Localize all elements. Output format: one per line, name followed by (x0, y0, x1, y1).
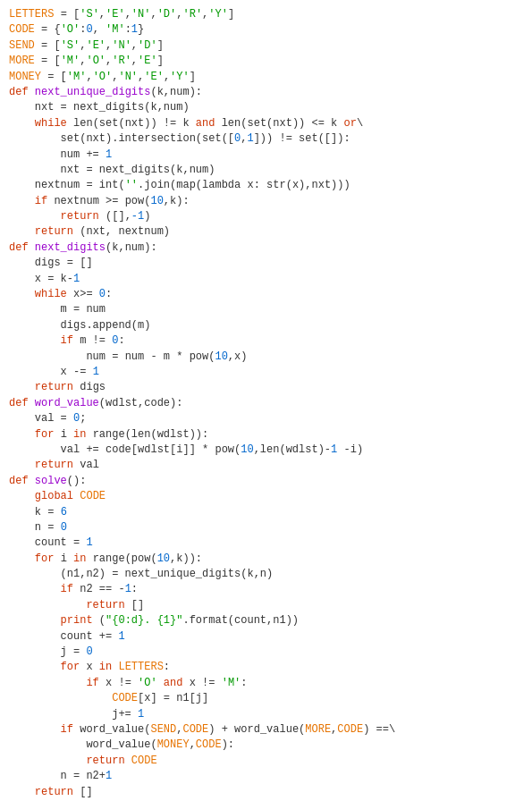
code-line: (n1,n2) = next_unique_digits(k,n) (9, 567, 523, 582)
code-line: k = 6 (9, 505, 523, 520)
code-line: nextnum = int(''.join(map(lambda x: str(… (9, 178, 523, 193)
code-line: j+= 1 (9, 707, 523, 722)
code-line: j = 0 (9, 645, 523, 660)
code-line: global CODE (9, 489, 523, 504)
code-line: def word_value(wdlst,code): (9, 396, 523, 411)
code-line: x = k-1 (9, 272, 523, 287)
code-line: if m != 0: (9, 333, 523, 349)
code-line: n = n2+1 (9, 769, 523, 784)
code-line: print ("{0:d}. {1}".format(count,n1)) (9, 613, 523, 628)
code-line: return digs (9, 380, 523, 395)
code-line: return [] (9, 785, 523, 800)
code-line: val += code[wdlst[i]] * pow(10,len(wdlst… (9, 443, 523, 458)
code-line: def solve(): (9, 474, 523, 489)
code-line: MORE = ['M','O','R','E'] (9, 54, 523, 69)
code-line: set(nxt).intersection(set([0,1])) != set… (9, 131, 523, 147)
code-line: return CODE (9, 754, 523, 769)
code-line: return val (9, 458, 523, 473)
code-line: CODE = {'O':0, 'M':1} (9, 22, 523, 38)
code-line: return (nxt, nextnum) (9, 224, 523, 240)
code-line: def next_unique_digits(k,num): (9, 85, 523, 100)
code-line: word_value(MONEY,CODE): (9, 738, 523, 753)
code-line: digs = [] (9, 256, 523, 271)
code-line: for i in range(pow(10,k)): (9, 552, 523, 567)
code-line: if n2 == -1: (9, 582, 523, 597)
code-line: x -= 1 (9, 365, 523, 380)
code-line: return [] (9, 598, 523, 613)
code-line: nxt = next_digits(k,num) (9, 100, 523, 115)
code-line: count = 1 (9, 535, 523, 551)
code-line: num += 1 (9, 148, 523, 163)
code-line: SEND = ['S','E','N','D'] (9, 38, 523, 54)
code-line: val = 0; (9, 411, 523, 426)
code-line: while x>= 0: (9, 287, 523, 302)
code-line: num = num - m * pow(10,x) (9, 350, 523, 365)
code-line: n = 0 (9, 520, 523, 535)
code-line: if x != 'O' and x != 'M': (9, 676, 523, 691)
code-line: while len(set(nxt)) != k and len(set(nxt… (9, 116, 523, 131)
code-line: CODE[x] = n1[j] (9, 691, 523, 706)
code-line: for i in range(len(wdlst)): (9, 427, 523, 443)
code-line: LETTERS = ['S','E','N','D','R','Y'] (9, 7, 523, 22)
code-line: if word_value(SEND,CODE) + word_value(MO… (9, 722, 523, 738)
code-line: digs.append(m) (9, 318, 523, 333)
code-line: count += 1 (9, 629, 523, 645)
code-line: return ([],-1) (9, 209, 523, 224)
code-editor: LETTERS = ['S','E','N','D','R','Y']CODE … (9, 7, 523, 800)
code-line: MONEY = ['M','O','N','E','Y'] (9, 70, 523, 85)
code-line: if nextnum >= pow(10,k): (9, 194, 523, 209)
code-line: nxt = next_digits(k,num) (9, 163, 523, 178)
code-line: for x in LETTERS: (9, 660, 523, 675)
code-line: def next_digits(k,num): (9, 240, 523, 256)
code-line: m = num (9, 302, 523, 317)
